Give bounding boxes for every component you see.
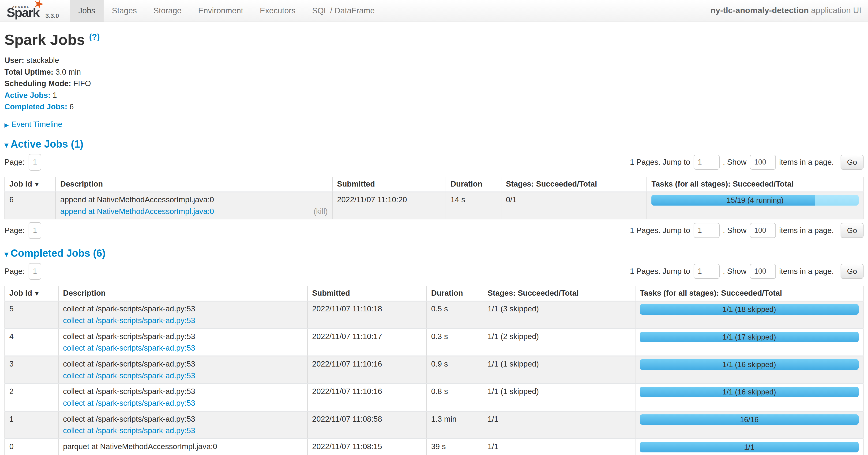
col-description[interactable]: Description (58, 286, 308, 301)
description-text: append at NativeMethodAccessorImpl.java:… (60, 195, 328, 204)
items-per-page-input[interactable] (750, 223, 776, 238)
description-text: collect at /spark-scripts/spark-ad.py:53 (63, 415, 303, 424)
description-link[interactable]: parquet at NativeMethodAccessorImpl.java… (63, 453, 217, 455)
tasks-cell: 1/1 (635, 438, 863, 455)
event-timeline-toggle[interactable]: ▶Event Timeline (4, 120, 864, 130)
table-row: 0 parquet at NativeMethodAccessorImpl.ja… (5, 438, 863, 455)
progress-label: 1/1 (18 skipped) (640, 304, 859, 315)
items-in-page-text: items in a page. (779, 267, 834, 276)
help-link[interactable]: (?) (89, 32, 100, 41)
col-description[interactable]: Description (56, 177, 332, 192)
tasks-progress-bar: 1/1 (16 skipped) (640, 387, 859, 397)
stages-cell: 1/1 (1 skipped) (483, 383, 635, 411)
duration-cell: 14 s (446, 192, 501, 219)
duration-cell: 1.3 min (426, 411, 483, 438)
col-duration[interactable]: Duration (426, 286, 483, 301)
description-cell: append at NativeMethodAccessorImpl.java:… (56, 192, 332, 219)
tab-jobs[interactable]: Jobs (70, 0, 103, 22)
col-submitted[interactable]: Submitted (332, 177, 446, 192)
description-link[interactable]: collect at /spark-scripts/spark-ad.py:53 (63, 426, 195, 435)
submitted-cell: 2022/11/07 11:10:16 (308, 356, 427, 383)
jump-to-page-input[interactable] (693, 264, 720, 279)
progress-label: 1/1 (16 skipped) (640, 387, 859, 397)
job-id-cell: 4 (5, 329, 58, 356)
go-button[interactable]: Go (841, 154, 864, 170)
page-number-input[interactable] (29, 263, 41, 280)
description-text: parquet at NativeMethodAccessorImpl.java… (63, 442, 303, 451)
pages-jump-text: 1 Pages. Jump to (630, 226, 690, 235)
show-text: . Show (723, 267, 747, 276)
tasks-progress-bar: 1/1 (16 skipped) (640, 359, 859, 370)
summary-scheduling-mode-value: FIFO (73, 79, 91, 88)
pages-jump-text: 1 Pages. Jump to (630, 158, 690, 167)
submitted-cell: 2022/11/07 11:10:16 (308, 383, 427, 411)
table-row: 6 append at NativeMethodAccessorImpl.jav… (5, 192, 863, 219)
completed-jobs-heading[interactable]: ▾Completed Jobs (6) (4, 247, 864, 260)
items-in-page-text: items in a page. (779, 226, 834, 235)
completed-jobs-pagination-top: Page: 1 Pages. Jump to . Show items in a… (4, 263, 864, 280)
application-title-suffix: application UI (809, 6, 861, 15)
description-text: collect at /spark-scripts/spark-ad.py:53 (63, 359, 303, 369)
jump-to-page-input[interactable] (693, 223, 720, 238)
description-link[interactable]: collect at /spark-scripts/spark-ad.py:53 (63, 398, 195, 408)
description-cell: collect at /spark-scripts/spark-ad.py:53… (58, 301, 308, 329)
submitted-cell: 2022/11/07 11:10:18 (308, 301, 427, 329)
completed-jobs-heading-text: Completed Jobs (6) (10, 247, 105, 259)
spark-logo[interactable]: ★ APACHE Spark 3.3.0 (0, 0, 64, 22)
event-timeline-link[interactable]: Event Timeline (11, 120, 62, 129)
col-tasks[interactable]: Tasks (for all stages): Succeeded/Total (647, 177, 863, 192)
jump-to-page-input[interactable] (693, 154, 720, 170)
tab-sql-dataframe[interactable]: SQL / DataFrame (304, 0, 383, 22)
nav-tabs: Jobs Stages Storage Environment Executor… (70, 0, 383, 22)
summary-completed-jobs-link[interactable]: Completed Jobs: (4, 102, 67, 111)
col-duration[interactable]: Duration (446, 177, 501, 192)
go-button[interactable]: Go (841, 223, 864, 238)
table-row: 4 collect at /spark-scripts/spark-ad.py:… (5, 329, 863, 356)
summary-scheduling-mode: Scheduling Mode: FIFO (4, 79, 864, 88)
table-row: 1 collect at /spark-scripts/spark-ad.py:… (5, 411, 863, 438)
tab-storage[interactable]: Storage (145, 0, 190, 22)
duration-cell: 0.9 s (426, 356, 483, 383)
page-number-input[interactable] (29, 154, 41, 171)
job-id-cell: 5 (5, 301, 58, 329)
summary-active-jobs-value: 1 (53, 91, 57, 99)
items-per-page-input[interactable] (750, 264, 776, 279)
description-text: collect at /spark-scripts/spark-ad.py:53 (63, 387, 303, 396)
kill-link[interactable]: (kill) (314, 207, 328, 216)
description-text: collect at /spark-scripts/spark-ad.py:53 (63, 332, 303, 341)
description-link[interactable]: collect at /spark-scripts/spark-ad.py:53 (63, 316, 195, 325)
stages-cell: 1/1 (483, 438, 635, 455)
submitted-cell: 2022/11/07 11:08:15 (308, 438, 427, 455)
col-submitted[interactable]: Submitted (308, 286, 427, 301)
col-tasks[interactable]: Tasks (for all stages): Succeeded/Total (635, 286, 863, 301)
progress-label: 1/1 (16 skipped) (640, 359, 859, 370)
tasks-cell: 15/19 (4 running) (647, 192, 863, 219)
job-id-cell: 1 (5, 411, 58, 438)
stages-cell: 1/1 (1 skipped) (483, 356, 635, 383)
description-link[interactable]: collect at /spark-scripts/spark-ad.py:53 (63, 371, 195, 380)
expand-arrow-icon: ▶ (4, 122, 9, 128)
tab-executors[interactable]: Executors (251, 0, 304, 22)
page-label: Page: (4, 226, 25, 235)
col-stages[interactable]: Stages: Succeeded/Total (483, 286, 635, 301)
tab-stages[interactable]: Stages (103, 0, 145, 22)
duration-cell: 0.3 s (426, 329, 483, 356)
items-per-page-input[interactable] (750, 154, 776, 170)
stages-cell: 1/1 (483, 411, 635, 438)
page-label: Page: (4, 267, 25, 276)
description-link[interactable]: collect at /spark-scripts/spark-ad.py:53 (63, 343, 195, 353)
col-job-id[interactable]: Job Id▼ (5, 177, 56, 192)
col-stages[interactable]: Stages: Succeeded/Total (501, 177, 647, 192)
completed-jobs-header-row: Job Id▼ Description Submitted Duration S… (5, 286, 863, 301)
summary-uptime-value: 3.0 min (56, 67, 81, 76)
tab-environment[interactable]: Environment (190, 0, 251, 22)
go-button[interactable]: Go (841, 264, 864, 279)
tasks-progress-bar: 15/19 (4 running) (651, 195, 859, 205)
active-jobs-table: Job Id▼ Description Submitted Duration S… (4, 177, 864, 219)
description-link[interactable]: append at NativeMethodAccessorImpl.java:… (60, 207, 214, 216)
col-job-id[interactable]: Job Id▼ (5, 286, 58, 301)
active-jobs-heading[interactable]: ▾Active Jobs (1) (4, 138, 864, 151)
tasks-cell: 1/1 (17 skipped) (635, 329, 863, 356)
page-number-input[interactable] (29, 222, 41, 239)
summary-active-jobs-link[interactable]: Active Jobs: (4, 91, 51, 99)
